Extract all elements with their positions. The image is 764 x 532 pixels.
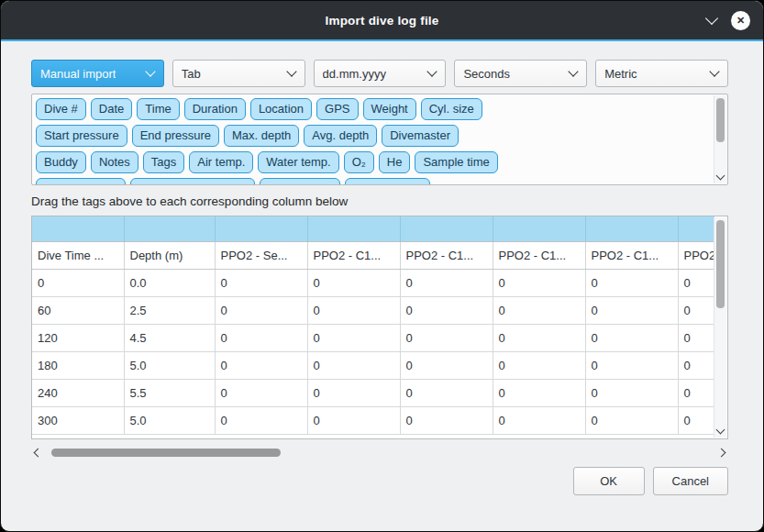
table-cell: 0 <box>400 380 493 407</box>
table-cell: 5.0 <box>124 352 215 380</box>
tag-pill[interactable]: End pressure <box>132 125 219 147</box>
duration-format-select[interactable]: Seconds <box>454 60 587 87</box>
table-cell: 0 <box>678 380 714 407</box>
column-header: PPO2 - C1... <box>585 242 678 270</box>
scroll-left-icon[interactable] <box>34 449 43 458</box>
tag-pill[interactable]: Sample depth <box>36 178 126 184</box>
table-cell: 0 <box>400 407 493 435</box>
scrollbar-thumb[interactable] <box>51 449 281 457</box>
table-cell: 0 <box>493 380 585 407</box>
cancel-button[interactable]: Cancel <box>653 467 728 495</box>
tag-row: Sample depthSample temperatureSample pO₂… <box>36 178 712 184</box>
column-drop-target[interactable] <box>124 216 215 242</box>
tag-pill[interactable]: GPS <box>316 98 358 120</box>
tag-list: Dive #DateTimeDurationLocationGPSWeightC… <box>36 98 712 184</box>
table-cell: 0 <box>307 297 400 325</box>
table-row[interactable]: 2405.5000000 <box>32 380 714 407</box>
table-cell: 0 <box>215 352 307 380</box>
date-format-value: dd.mm.yyyy <box>323 67 386 81</box>
titlebar[interactable]: Import dive log file ✕ <box>1 1 763 39</box>
scroll-down-icon[interactable] <box>716 172 725 181</box>
table-cell: 0 <box>585 352 678 380</box>
dialog-footer: OK Cancel <box>573 467 728 495</box>
column-drop-target[interactable] <box>215 216 307 242</box>
table-cell: 0 <box>678 270 714 297</box>
tag-pill[interactable]: Duration <box>184 98 246 120</box>
column-header: Dive Time ... <box>32 242 124 270</box>
table-horizontal-scrollbar[interactable] <box>31 446 728 460</box>
header-row: Dive Time ...Depth (m)PPO2 - Se...PPO2 -… <box>32 242 714 270</box>
table-cell: 0 <box>215 325 307 352</box>
scrollbar-thumb[interactable] <box>716 220 725 308</box>
tag-pill[interactable]: Date <box>91 98 132 120</box>
table-cell: 0 <box>493 407 585 435</box>
table-cell: 0 <box>400 297 493 325</box>
tag-pill[interactable]: Sample time <box>415 151 497 173</box>
scroll-down-icon[interactable] <box>716 426 725 435</box>
tag-pill[interactable]: He <box>379 151 411 173</box>
scrollbar-thumb[interactable] <box>716 98 725 142</box>
table-row[interactable]: 1805.0000000 <box>32 352 714 380</box>
chevron-down-icon <box>145 66 155 76</box>
tag-pill[interactable]: Sample CNS <box>345 178 430 184</box>
column-drop-target[interactable] <box>493 216 585 242</box>
table-cell: 120 <box>32 325 124 352</box>
ok-button[interactable]: OK <box>573 467 645 495</box>
table-cell: 0 <box>400 325 493 352</box>
date-format-select[interactable]: dd.mm.yyyy <box>314 60 447 87</box>
table-cell: 0 <box>307 270 400 297</box>
table-row[interactable]: 602.5000000 <box>32 297 714 325</box>
tag-pill[interactable]: Cyl. size <box>421 98 482 120</box>
tag-area-scrollbar[interactable] <box>714 95 726 183</box>
units-select[interactable]: Metric <box>595 60 728 87</box>
scroll-right-icon[interactable] <box>717 449 726 458</box>
tag-pill[interactable]: O₂ <box>344 151 374 173</box>
tag-pill[interactable]: Sample temperature <box>130 178 255 184</box>
preview-table-box: Dive Time ...Depth (m)PPO2 - Se...PPO2 -… <box>31 216 728 439</box>
tag-pill[interactable]: Water temp. <box>258 151 338 173</box>
field-separator-select[interactable]: Tab <box>172 60 305 87</box>
table-cell: 0 <box>493 325 585 352</box>
tag-pill[interactable]: Weight <box>363 98 416 120</box>
table-row[interactable]: 00.0000000 <box>32 270 714 297</box>
column-header: PPO2 - C1... <box>493 242 585 270</box>
table-cell: 0 <box>678 352 714 380</box>
tag-pill[interactable]: Buddy <box>36 151 86 173</box>
tag-pill[interactable]: Avg. depth <box>304 125 377 147</box>
tag-pill[interactable]: Sample pO₂ <box>260 178 340 184</box>
import-mode-select[interactable]: Manual import <box>31 60 164 87</box>
table-cell: 5.0 <box>124 407 215 435</box>
table-cell: 0 <box>215 380 307 407</box>
column-drop-target[interactable] <box>678 216 714 242</box>
column-drop-target[interactable] <box>400 216 493 242</box>
chevron-down-icon <box>709 66 719 76</box>
column-header: PPO2 - C1... <box>307 242 400 270</box>
column-drop-target[interactable] <box>307 216 400 242</box>
table-body: 00.0000000602.50000001204.50000001805.00… <box>32 270 714 435</box>
tag-pill[interactable]: Location <box>250 98 312 120</box>
table-cell: 180 <box>32 352 124 380</box>
tag-pill[interactable]: Start pressure <box>36 125 127 147</box>
table-cell: 60 <box>32 297 124 325</box>
tag-pill[interactable]: Dive # <box>36 98 86 120</box>
instruction-label: Drag the tags above to each correspondin… <box>31 194 733 208</box>
tag-pill[interactable]: Air temp. <box>189 151 253 173</box>
tag-pill[interactable]: Time <box>137 98 179 120</box>
chevron-down-icon <box>427 66 437 76</box>
chevron-down-icon <box>569 66 579 76</box>
tag-pill[interactable]: Max. depth <box>224 125 299 147</box>
table-row[interactable]: 3005.0000000 <box>32 407 714 435</box>
chevron-down-icon[interactable] <box>705 11 718 24</box>
table-cell: 0 <box>400 270 493 297</box>
column-drop-target[interactable] <box>585 216 678 242</box>
table-vertical-scrollbar[interactable] <box>714 217 726 438</box>
tag-pill[interactable]: Divemaster <box>382 125 459 147</box>
tag-pill[interactable]: Tags <box>143 151 184 173</box>
column-drop-target[interactable] <box>32 216 124 242</box>
table-row[interactable]: 1204.5000000 <box>32 325 714 352</box>
tag-pill[interactable]: Notes <box>91 151 138 173</box>
column-header: PPO2 <box>678 242 714 270</box>
import-mode-value: Manual import <box>40 67 116 81</box>
table-cell: 0 <box>585 325 678 352</box>
close-button[interactable]: ✕ <box>731 11 750 30</box>
